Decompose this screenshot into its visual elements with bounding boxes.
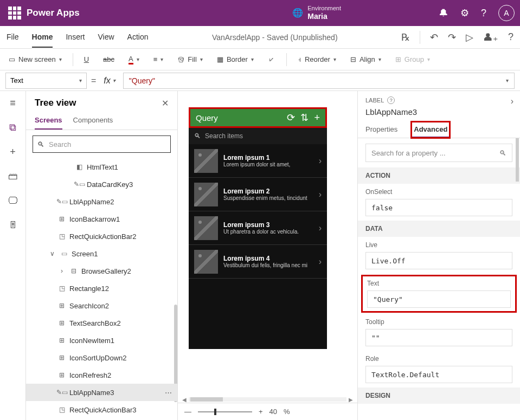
phone-header[interactable]: Query ⟳ ⇅ + <box>189 107 327 128</box>
zoom-slider[interactable] <box>198 411 252 412</box>
tree-list[interactable]: ◧HtmlText1✎▭DataCardKey3✎▭LblAppName2⊞Ic… <box>26 158 177 420</box>
expander-icon[interactable]: ∨ <box>48 249 56 258</box>
help-menu-icon[interactable]: ? <box>508 31 513 43</box>
gallery-item[interactable]: Lorem ipsum 4Vestibulum dui felis, fring… <box>189 245 327 279</box>
tree-item-datacardkey3[interactable]: ✎▭DataCardKey3 <box>26 176 177 193</box>
tree-view-icon[interactable]: ⧉ <box>9 122 16 133</box>
tree-item-iconnewitem1[interactable]: ⊞IconNewItem1 <box>26 332 177 349</box>
sort-icon[interactable]: ⇅ <box>300 112 309 124</box>
property-search-input[interactable]: Search for a property ... 🔍︎ <box>365 144 512 162</box>
undo-icon[interactable]: ↶ <box>430 31 438 43</box>
reorder-button[interactable]: ⫞Reorder▾ <box>294 53 339 66</box>
close-icon[interactable]: ✕ <box>162 98 169 108</box>
menu-action[interactable]: Action <box>127 27 149 48</box>
menu-file[interactable]: File <box>7 27 19 48</box>
strikethrough-button[interactable]: abc <box>100 53 118 66</box>
phone-search-input[interactable]: 🔍︎ Search items <box>189 128 327 144</box>
tree-item-htmltext1[interactable]: ◧HtmlText1 <box>26 158 177 176</box>
tab-components[interactable]: Components <box>73 112 113 130</box>
tab-screens[interactable]: Screens <box>35 112 62 130</box>
avatar[interactable]: A <box>498 5 515 21</box>
settings-icon[interactable]: ⚙ <box>460 7 469 19</box>
refresh-icon[interactable]: ⟳ <box>287 112 295 124</box>
tree-search-input[interactable]: 🔍︎ Search <box>33 135 171 153</box>
data-icon[interactable]: 🗃︎ <box>8 171 18 182</box>
expand-panel-icon[interactable]: › <box>511 96 513 106</box>
tree-item-browsegallery2[interactable]: ›⊟BrowseGallery2 <box>26 262 177 280</box>
phone-preview[interactable]: Query ⟳ ⇅ + 🔍︎ Search items Lorem ipsum … <box>189 107 327 349</box>
control-type-icon: ⊞ <box>57 371 66 379</box>
zoom-out-button[interactable]: — <box>184 408 191 416</box>
share-icon[interactable]: 👤︎₊ <box>483 31 498 43</box>
item-subtitle: Lorem ipsum dolor sit amet, <box>223 161 313 167</box>
help-icon[interactable]: ? <box>481 8 486 19</box>
text-input[interactable]: "Query" <box>367 290 511 308</box>
tree-item-iconsortupdown2[interactable]: ⊞IconSortUpDown2 <box>26 349 177 366</box>
onselect-input[interactable]: false <box>365 199 512 216</box>
info-icon[interactable]: ? <box>387 96 395 104</box>
tree-item-iconrefresh2[interactable]: ⊞IconRefresh2 <box>26 366 177 384</box>
font-color-button[interactable]: A▾ <box>125 53 143 67</box>
insert-icon[interactable]: + <box>10 146 16 158</box>
tree-item-lblappname2[interactable]: ✎▭LblAppName2 <box>26 193 177 210</box>
tooltip-input[interactable]: "" <box>365 329 512 346</box>
expander-icon[interactable]: › <box>57 267 66 275</box>
menu-home[interactable]: Home <box>32 27 53 48</box>
tree-item-textsearchbox2[interactable]: ⊞TextSearchBox2 <box>26 314 177 332</box>
canvas-viewport[interactable]: Query ⟳ ⇅ + 🔍︎ Search items Lorem ipsum … <box>178 91 357 396</box>
environment-picker[interactable]: 🌐 Environment Maria <box>292 5 341 21</box>
align-icon: ⊟ <box>350 55 356 63</box>
control-type-icon: ✎▭ <box>75 180 84 189</box>
new-screen-button[interactable]: ▭ New screen ▾ <box>5 53 65 66</box>
more-icon[interactable]: ⋯ <box>165 389 172 397</box>
horizontal-scrollbar[interactable]: ◀ ▶ <box>178 396 357 403</box>
fx-label[interactable]: fx▾ <box>100 76 118 86</box>
tree-item-rectquickactionbar3[interactable]: ◳RectQuickActionBar3 <box>26 401 177 418</box>
tree-item-label: BrowseGallery2 <box>81 267 131 275</box>
underline-button[interactable]: U <box>81 53 92 66</box>
role-input[interactable]: TextRole.Default <box>365 366 512 383</box>
item-subtitle: Suspendisse enim metus, tincidunt <box>223 195 313 201</box>
control-type-icon: ◧ <box>75 163 84 171</box>
live-input[interactable]: Live.Off <box>365 252 512 269</box>
media-icon[interactable]: 🖵 <box>8 195 18 206</box>
tab-advanced[interactable]: Advanced <box>412 122 450 138</box>
redo-icon[interactable]: ↷ <box>448 31 456 43</box>
gallery-item[interactable]: Lorem ipsum 3Ut pharetra a dolor ac vehi… <box>189 211 327 245</box>
app-checker-icon[interactable]: ℞ <box>401 31 410 43</box>
suite-header: Power Apps 🌐 Environment Maria 🔔︎ ⚙ ? A <box>0 0 520 26</box>
more-formatting-button[interactable]: 🗸 <box>265 53 279 66</box>
scrollbar-thumb[interactable] <box>516 138 519 182</box>
add-icon[interactable]: + <box>314 112 320 124</box>
item-thumbnail <box>194 149 218 173</box>
tree-item-searchicon2[interactable]: ⊞SearchIcon2 <box>26 297 177 314</box>
tree-item-label: LblAppName3 <box>69 389 114 397</box>
gallery-item[interactable]: Lorem ipsum 2Suspendisse enim metus, tin… <box>189 178 327 211</box>
paragraph-button[interactable]: ≡▾ <box>150 53 167 66</box>
zoom-in-button[interactable]: + <box>259 408 263 416</box>
phone-title-label[interactable]: Query <box>196 113 281 122</box>
menu-view[interactable]: View <box>98 27 114 48</box>
tab-properties[interactable]: Properties <box>365 122 397 138</box>
play-icon[interactable]: ▷ <box>466 31 473 43</box>
border-button[interactable]: ▦Border▾ <box>214 53 257 66</box>
hamburger-icon[interactable]: ≡ <box>10 98 16 109</box>
item-title: Lorem ipsum 1 <box>223 154 313 161</box>
gallery-item[interactable]: Lorem ipsum 1Lorem ipsum dolor sit amet,… <box>189 144 327 178</box>
section-action: ACTION <box>358 167 520 184</box>
tree-item-rectquickactionbar2[interactable]: ◳RectQuickActionBar2 <box>26 228 177 245</box>
tree-item-iconbackarrow1[interactable]: ⊞IconBackarrow1 <box>26 210 177 228</box>
tree-item-screen1[interactable]: ∨▭Screen1 <box>26 245 177 262</box>
notifications-icon[interactable]: 🔔︎ <box>439 8 448 19</box>
property-selector[interactable]: Text ▾ <box>5 73 87 89</box>
align-button[interactable]: ⊟Align▾ <box>347 53 384 66</box>
tree-item-lblappname3[interactable]: ✎▭LblAppName3⋯ <box>26 384 177 401</box>
tools-icon[interactable]: 🎚︎ <box>8 219 18 231</box>
item-thumbnail <box>194 250 218 274</box>
section-data: DATA <box>358 221 520 237</box>
app-launcher-icon[interactable] <box>8 7 21 20</box>
menu-insert[interactable]: Insert <box>66 27 85 48</box>
fill-button[interactable]: 🪣︎Fill▾ <box>174 53 206 66</box>
tree-item-rectangle12[interactable]: ◳Rectangle12 <box>26 280 177 297</box>
formula-input[interactable]: "Query" ▾ <box>123 73 515 89</box>
